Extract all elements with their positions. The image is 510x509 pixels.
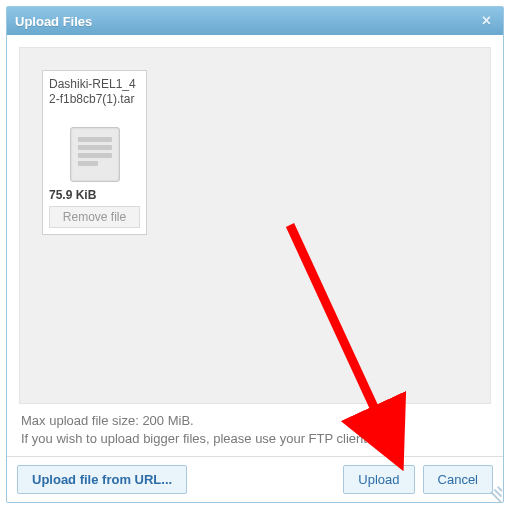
dialog-title: Upload Files [15,14,92,29]
dropzone[interactable]: Dashiki-REL1_42-f1b8cb7(1).tar 75.9 KiB … [19,47,491,404]
upload-button[interactable]: Upload [343,465,414,494]
file-size: 75.9 KiB [49,188,140,202]
max-size-text: Max upload file size: 200 MiB. [21,412,489,430]
upload-from-url-button[interactable]: Upload file from URL... [17,465,187,494]
file-name: Dashiki-REL1_42-f1b8cb7(1).tar [49,77,140,123]
remove-file-button[interactable]: Remove file [49,206,140,228]
dialog-titlebar[interactable]: Upload Files × [7,7,503,35]
close-icon[interactable]: × [478,13,495,29]
upload-dialog: Upload Files × Dashiki-REL1_42-f1b8cb7(1… [6,6,504,503]
dialog-footer: Upload file from URL... Upload Cancel [7,456,503,502]
cancel-button[interactable]: Cancel [423,465,493,494]
upload-info: Max upload file size: 200 MiB. If you wi… [7,408,503,456]
file-card: Dashiki-REL1_42-f1b8cb7(1).tar 75.9 KiB … [42,70,147,235]
document-icon [70,127,120,182]
ftp-hint-text: If you wish to upload bigger files, plea… [21,430,489,448]
